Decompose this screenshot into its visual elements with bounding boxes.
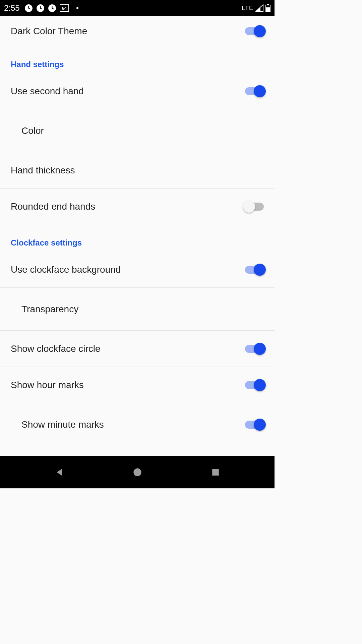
home-button[interactable] <box>121 456 154 488</box>
setting-label: Hand thickness <box>11 165 264 176</box>
battery-icon <box>265 4 270 12</box>
setting-transparency[interactable]: Transparency <box>0 288 275 331</box>
setting-show-minute-marks[interactable]: Show minute marks <box>0 403 275 446</box>
toggle-use-second-hand[interactable] <box>245 87 264 95</box>
setting-label: Rounded end hands <box>11 201 245 212</box>
setting-label: Show minute marks <box>11 419 245 430</box>
setting-label: Use clockface background <box>11 264 245 275</box>
setting-use-clockface-background[interactable]: Use clockface background <box>0 252 275 288</box>
setting-show-clockface-circle[interactable]: Show clockface circle <box>0 331 275 367</box>
toggle-thumb <box>243 201 255 213</box>
toggle-thumb <box>254 25 266 37</box>
setting-use-second-hand[interactable]: Use second hand <box>0 73 275 109</box>
clock-icon <box>48 4 56 12</box>
svg-rect-5 <box>266 7 270 12</box>
toggle-show-minute-marks[interactable] <box>245 421 264 429</box>
toggle-thumb <box>254 343 266 355</box>
settings-list[interactable]: Dark Color Theme Hand settings Use secon… <box>0 16 275 456</box>
setting-label: Use second hand <box>11 86 245 97</box>
toggle-use-clockface-background[interactable] <box>245 266 264 274</box>
recent-apps-icon <box>211 468 220 477</box>
toggle-dark-color-theme[interactable] <box>245 27 264 35</box>
section-header-hand: Hand settings <box>0 46 275 73</box>
notification-dot-icon <box>76 7 78 9</box>
network-label: LTE <box>242 5 253 12</box>
clock-icon <box>36 4 45 12</box>
status-time: 2:55 <box>4 3 20 13</box>
setting-dark-color-theme[interactable]: Dark Color Theme <box>0 16 275 46</box>
setting-label: Dark Color Theme <box>11 26 245 37</box>
toggle-rounded-end-hands[interactable] <box>245 203 264 211</box>
toggle-thumb <box>254 85 266 97</box>
toggle-show-hour-marks[interactable] <box>245 381 264 389</box>
svg-rect-7 <box>212 469 219 476</box>
setting-label: Show hour marks <box>11 380 245 390</box>
setting-show-hour-marks[interactable]: Show hour marks <box>0 367 275 403</box>
toggle-thumb <box>254 379 266 391</box>
toggle-thumb <box>254 419 266 431</box>
setting-label: Show clockface circle <box>11 343 245 354</box>
back-icon <box>54 467 64 477</box>
setting-color[interactable]: Color <box>0 109 275 152</box>
recent-apps-button[interactable] <box>199 456 232 488</box>
setting-label: Transparency <box>11 304 264 315</box>
back-button[interactable] <box>43 456 76 488</box>
signal-icon <box>255 4 263 12</box>
setting-rounded-end-hands[interactable]: Rounded end hands <box>0 189 275 225</box>
navigation-bar <box>0 456 275 488</box>
clock-icon <box>24 4 33 12</box>
toggle-show-clockface-circle[interactable] <box>245 345 264 353</box>
section-header-clockface: Clockface settings <box>0 225 275 252</box>
setting-label: Color <box>11 125 264 136</box>
battery-percent-icon: 64 <box>60 4 69 12</box>
setting-hand-thickness[interactable]: Hand thickness <box>0 152 275 189</box>
status-bar: 2:55 64 LTE <box>0 0 275 16</box>
svg-point-6 <box>133 468 141 476</box>
toggle-thumb <box>254 264 266 276</box>
home-icon <box>133 468 142 477</box>
